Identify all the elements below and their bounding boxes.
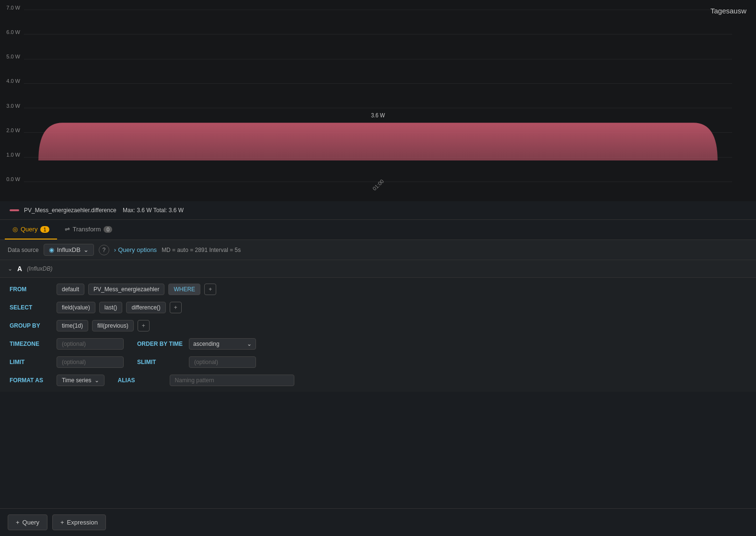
info-button[interactable]: ? — [99, 245, 109, 255]
order-by-time-select[interactable]: ascending ⌄ — [189, 338, 256, 350]
select-field-token[interactable]: field(value) — [57, 302, 95, 313]
slimit-label: SLIMIT — [137, 359, 185, 365]
tab-query-label: Query — [21, 226, 37, 233]
select-label: SELECT — [10, 304, 53, 311]
select-row: SELECT field(value) last() difference() … — [10, 300, 746, 315]
chevron-right-icon: › — [114, 246, 116, 253]
alias-label: ALIAS — [118, 377, 166, 384]
query-editor: ⌄ A (InfluxDB) FROM default PV_Mess_ener… — [0, 260, 756, 392]
tab-query[interactable]: ◎ Query 1 — [5, 220, 57, 239]
limit-input[interactable]: (optional) — [57, 356, 124, 368]
group-by-add-button[interactable]: + — [138, 320, 150, 331]
select-last-token[interactable]: last() — [99, 302, 123, 313]
legend-area: PV_Mess_energiezaehler.difference Max: 3… — [0, 201, 756, 220]
transform-tab-icon: ⇌ — [65, 226, 70, 233]
add-expression-label: Expression — [67, 519, 98, 526]
add-query-label: Query — [23, 519, 39, 526]
group-by-fill-token[interactable]: fill(previous) — [92, 320, 134, 331]
bottom-bar: + Query + Expression — [0, 508, 756, 536]
tab-transform[interactable]: ⇌ Transform 0 — [57, 220, 120, 239]
tab-transform-badge: 0 — [104, 226, 112, 233]
plus-icon-query: + — [16, 519, 20, 526]
chevron-down-icon: ⌄ — [83, 246, 89, 253]
chart-area: Tagesausw 7.0 W 6.0 W 5.0 W 4.0 W 3.0 W … — [0, 0, 756, 201]
slimit-input[interactable]: (optional) — [189, 356, 256, 368]
timezone-label: TIMEZONE — [10, 341, 53, 347]
add-expression-button[interactable]: + Expression — [52, 514, 106, 530]
query-options-label: Query options — [118, 246, 157, 253]
order-value: ascending — [193, 341, 220, 347]
limit-label: LIMIT — [10, 359, 53, 365]
influxdb-icon: ◉ — [49, 246, 54, 253]
chevron-down-icon-order: ⌄ — [247, 341, 252, 347]
chevron-down-icon-format: ⌄ — [94, 377, 99, 384]
datasource-select[interactable]: ◉ InfluxDB ⌄ — [44, 244, 94, 256]
svg-text:3.6 W: 3.6 W — [371, 112, 385, 118]
y-axis: 7.0 W 6.0 W 5.0 W 4.0 W 3.0 W 2.0 W 1.0 … — [0, 5, 24, 182]
query-id: A — [17, 265, 22, 273]
from-add-button[interactable]: + — [204, 284, 216, 295]
tab-query-badge: 1 — [40, 226, 49, 233]
from-measurement-token[interactable]: PV_Mess_energiezaehler — [88, 284, 164, 295]
from-label: FROM — [10, 286, 53, 293]
select-difference-token[interactable]: difference() — [126, 302, 165, 313]
format-row: FORMAT AS Time series ⌄ ALIAS Naming pat… — [10, 373, 746, 388]
timezone-row: TIMEZONE (optional) ORDER BY TIME ascend… — [10, 336, 746, 352]
query-db-label: (InfluxDB) — [27, 265, 52, 272]
chart-plot: 3.6 W — [24, 10, 732, 182]
group-by-label: GROUP BY — [10, 322, 53, 329]
from-db-token[interactable]: default — [57, 284, 84, 295]
timezone-input[interactable]: (optional) — [57, 338, 124, 350]
add-query-button[interactable]: + Query — [8, 514, 47, 530]
from-row: FROM default PV_Mess_energiezaehler WHER… — [10, 282, 746, 297]
query-options-button[interactable]: › Query options — [114, 246, 157, 253]
datasource-name: InfluxDB — [57, 246, 81, 253]
legend-series-name: PV_Mess_energiezaehler.difference Max: 3… — [24, 207, 184, 214]
toolbar: Data source ◉ InfluxDB ⌄ ? › Query optio… — [0, 240, 756, 260]
datasource-label: Data source — [8, 247, 39, 253]
group-by-row: GROUP BY time(1d) fill(previous) + — [10, 318, 746, 333]
chart-svg: 3.6 W — [24, 10, 732, 182]
format-value: Time series — [62, 377, 92, 384]
limit-row: LIMIT (optional) SLIMIT (optional) — [10, 354, 746, 370]
select-add-button[interactable]: + — [170, 302, 182, 313]
format-as-select[interactable]: Time series ⌄ — [57, 375, 105, 386]
query-rows: FROM default PV_Mess_energiezaehler WHER… — [0, 278, 756, 392]
plus-icon-expression: + — [60, 519, 64, 526]
alias-input[interactable]: Naming pattern — [170, 375, 294, 386]
query-tab-icon: ◎ — [12, 226, 18, 233]
x-axis: 01:00 — [24, 182, 732, 201]
order-by-time-label: ORDER BY TIME — [137, 341, 185, 347]
group-by-time-token[interactable]: time(1d) — [57, 320, 88, 331]
tabs-bar: ◎ Query 1 ⇌ Transform 0 — [0, 220, 756, 240]
query-header: ⌄ A (InfluxDB) — [0, 260, 756, 278]
where-token[interactable]: WHERE — [168, 284, 200, 295]
query-meta: MD = auto = 2891 Interval = 5s — [162, 247, 241, 253]
collapse-button[interactable]: ⌄ — [8, 265, 12, 272]
tab-transform-label: Transform — [73, 226, 101, 233]
format-as-label: FORMAT AS — [10, 377, 53, 384]
legend-color-swatch — [10, 209, 19, 211]
